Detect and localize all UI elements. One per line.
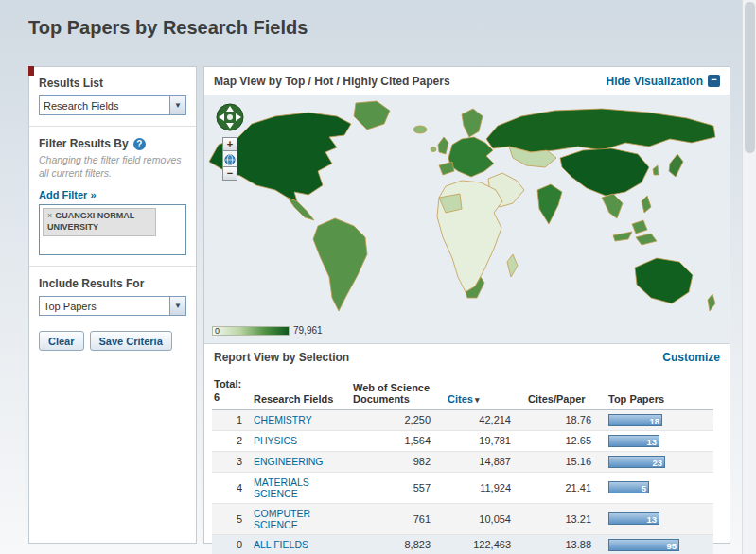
column-header-wos-documents[interactable]: Web of Science Documents [351,375,446,409]
top-papers-value: 13 [646,514,659,525]
top-papers-bar: 5 [608,481,649,493]
cites-per-paper-value: 13.21 [526,503,607,534]
include-results-value: Top Papers [40,297,169,315]
world-map-area[interactable]: + − 0 79,961 [204,95,730,343]
row-rank: 2 [212,430,252,451]
row-rank: 4 [212,472,252,503]
table-row: 2PHYSICS1,56419,78112.6513 [212,430,713,451]
research-field-link[interactable]: ENGINEERING [254,456,324,467]
top-papers-value: 95 [666,541,678,551]
sort-desc-icon: ▾ [475,395,480,405]
remove-filter-icon[interactable]: × [47,211,52,220]
table-header-row: Total: 6 Research Fields Web of Science … [212,375,713,409]
column-header-research-fields[interactable]: Research Fields [252,375,351,409]
include-results-dropdown[interactable]: Top Papers ▼ [39,296,186,316]
divider [29,266,196,267]
table-row: 3ENGINEERING98214,88715.1623 [212,451,713,472]
map-pan-control[interactable] [216,103,244,131]
cites-value: 42,214 [446,409,526,430]
filter-tag-label: GUANGXI NORMAL UNIVERSITY [47,211,134,232]
cites-per-paper-value: 18.76 [526,409,607,430]
save-criteria-button[interactable]: Save Criteria [90,331,172,351]
total-label: Total: [214,378,250,391]
top-papers-bar: 95 [608,539,679,551]
top-papers-value: 23 [652,458,664,468]
top-papers-bar: 13 [608,512,659,525]
column-header-cites[interactable]: Cites▾ [446,375,526,409]
report-table: Total: 6 Research Fields Web of Science … [212,375,713,554]
results-list-label: Results List [39,77,186,90]
research-field-link[interactable]: MATERIALS SCIENCE [254,476,309,499]
include-results-label: Include Results For [39,277,186,290]
table-row: 0ALL FIELDS8,823122,46313.8895 [212,534,713,554]
cites-per-paper-value: 15.16 [526,451,607,472]
add-filter-link[interactable]: Add Filter » [39,189,97,200]
research-field-link[interactable]: CHEMISTRY [254,414,312,425]
top-papers-value: 18 [649,416,661,426]
map-zoom-control: + − [222,137,237,181]
hide-visualization-link[interactable]: Hide Visualization [607,75,703,88]
research-field-link[interactable]: ALL FIELDS [254,539,308,550]
map-panel-header: Map View by Top / Hot / Highly Cited Pap… [204,67,730,95]
corner-accent [28,66,34,76]
row-rank: 5 [212,503,252,534]
filter-input-box[interactable]: ×GUANGXI NORMAL UNIVERSITY [39,204,186,255]
row-rank: 1 [212,409,252,430]
docs-value: 557 [351,472,446,503]
filter-note: Changing the filter field removes all cu… [39,154,186,180]
legend-max-value: 79,961 [293,325,323,336]
map-view-title: Map View by Top / Hot / Highly Cited Pap… [214,75,450,88]
customize-link[interactable]: Customize [662,351,720,364]
report-view-title: Report View by Selection [214,351,349,364]
zoom-out-button[interactable]: − [222,166,237,181]
total-value: 6 [214,391,250,405]
clear-button[interactable]: Clear [39,331,84,351]
column-header-cites-per-paper[interactable]: Cites/Paper [526,375,607,409]
report-table-body: 1CHEMISTRY2,25042,21418.76182PHYSICS1,56… [212,409,713,554]
chevron-down-icon[interactable]: ▼ [169,96,185,114]
table-row: 4MATERIALS SCIENCE55711,92421.415 [212,472,713,503]
top-papers-bar: 13 [608,435,659,447]
cites-value: 14,887 [446,451,526,472]
main-panel: Map View by Top / Hot / Highly Cited Pap… [203,66,730,544]
research-field-link[interactable]: PHYSICS [254,435,297,446]
legend-min-value: 0 [215,326,220,336]
results-list-value: Research Fields [40,96,169,114]
top-papers-bar: 23 [608,456,665,468]
scrollbar-thumb[interactable] [745,2,755,153]
docs-value: 982 [351,451,446,472]
docs-value: 8,823 [351,534,446,554]
globe-icon[interactable] [222,151,237,166]
help-icon[interactable]: ? [133,138,146,150]
table-row: 1CHEMISTRY2,25042,21418.7618 [212,409,713,430]
docs-value: 1,564 [351,430,446,451]
collapse-icon[interactable]: − [708,75,720,87]
column-header-top-papers[interactable]: Top Papers [607,375,713,409]
map-legend: 0 79,961 [212,325,323,336]
legend-gradient-bar: 0 [212,326,290,336]
top-papers-value: 13 [646,437,659,447]
chevron-down-icon[interactable]: ▼ [169,297,185,315]
cites-per-paper-value: 13.88 [526,534,607,554]
table-row: 5COMPUTER SCIENCE76110,05413.2113 [212,503,713,534]
cites-per-paper-value: 21.41 [526,472,607,503]
zoom-in-button[interactable]: + [222,137,237,151]
filter-results-label: Filter Results By [39,137,129,150]
filter-tag: ×GUANGXI NORMAL UNIVERSITY [43,208,156,235]
docs-value: 2,250 [351,409,446,430]
results-list-dropdown[interactable]: Research Fields ▼ [39,95,186,115]
research-field-link[interactable]: COMPUTER SCIENCE [254,508,310,530]
cites-value: 122,463 [446,534,526,554]
criteria-sidebar: Results List Research Fields ▼ Filter Re… [28,66,197,544]
scrollbar[interactable] [742,0,756,554]
row-rank: 0 [212,534,252,554]
cites-value: 10,054 [446,503,526,534]
page-title: Top Papers by Research Fields [28,17,308,39]
top-papers-bar: 18 [608,414,662,426]
world-map-svg[interactable] [204,95,730,322]
cites-value: 19,781 [446,430,526,451]
cites-value: 11,924 [446,472,526,503]
divider [29,126,196,127]
report-panel-header: Report View by Selection Customize [204,343,730,370]
docs-value: 761 [351,503,446,534]
